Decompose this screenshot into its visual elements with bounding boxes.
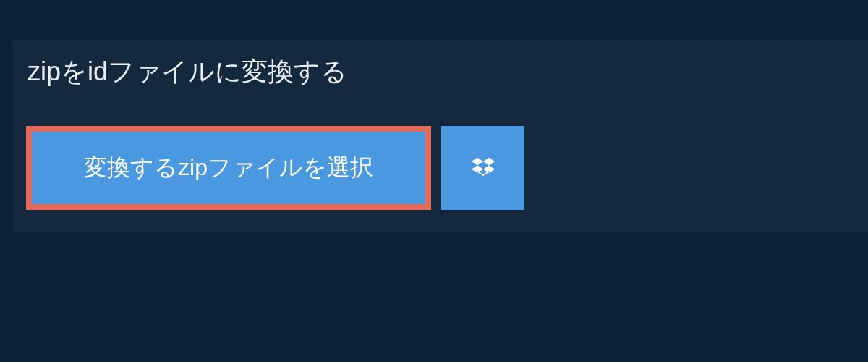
button-row: 変換するzipファイルを選択 [13, 126, 868, 232]
converter-panel: zipをidファイルに変換する 変換するzipファイルを選択 [13, 40, 868, 232]
select-file-button[interactable]: 変換するzipファイルを選択 [26, 126, 431, 210]
select-file-label: 変換するzipファイルを選択 [84, 152, 373, 184]
dropbox-button[interactable] [441, 126, 524, 210]
dropbox-icon [472, 156, 495, 181]
page-title: zipをidファイルに変換する [13, 40, 362, 108]
